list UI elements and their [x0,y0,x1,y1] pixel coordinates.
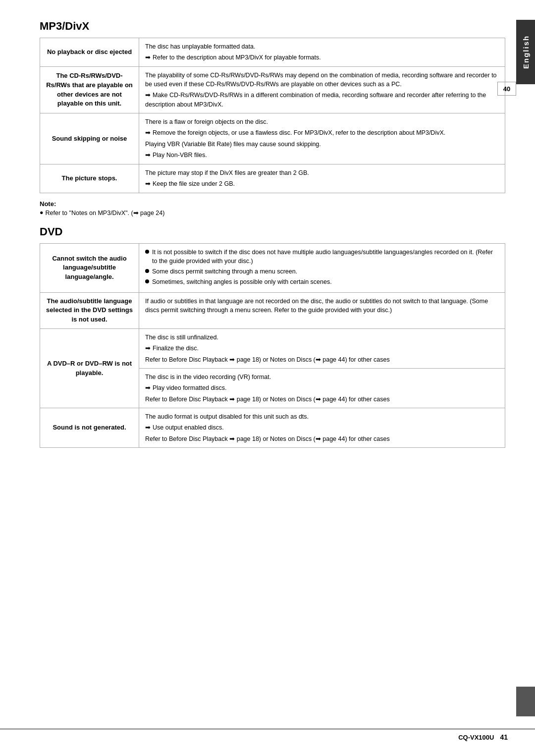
english-label: English [522,35,530,69]
mp3divx-title: MP3/DivX [40,20,505,33]
arrow-icon: ➡ [145,383,151,393]
english-sidebar: English [516,20,535,84]
table-row: No playback or disc ejected The disc has… [40,38,505,67]
row-content: The disc has unplayable formatted data. … [139,38,505,67]
arrow-icon: ➡ [145,179,151,189]
table-row: The CD-Rs/RWs/DVD-Rs/RWs that are playab… [40,66,505,113]
footer: CQ-VX100U 41 [0,729,535,741]
bullet-list: It is not possible to switch if the disc… [145,248,499,287]
list-item: It is not possible to switch if the disc… [145,248,499,266]
row-label: The CD-Rs/RWs/DVD-Rs/RWs that are playab… [40,66,139,113]
mp3divx-table: No playback or disc ejected The disc has… [40,38,505,193]
sub-row: The disc is still unfinalized. ➡Finalize… [139,329,505,369]
row-label: A DVD–R or DVD–RW is not playable. [40,329,139,408]
row-content: The playability of some CD-Rs/RWs/DVD-Rs… [139,66,505,113]
page-number-box: 40 [497,82,516,96]
row-label: Sound is not generated. [40,408,139,448]
note-text: Refer to "Notes on MP3/DivX". (➡ page 24… [46,209,165,216]
row-label: Cannot switch the audio language/subtitl… [40,244,139,293]
row-label: Sound skipping or noise [40,113,139,164]
row-label: No playback or disc ejected [40,38,139,67]
list-item: Sometimes, switching angles is possible … [145,277,499,286]
footer-page: 41 [500,733,508,741]
page-number: 40 [503,85,510,93]
table-row: Sound skipping or noise There is a flaw … [40,113,505,164]
bullet-icon [145,279,149,283]
bullet-icon [145,250,149,254]
table-row: The audio/subtitle language selected in … [40,292,505,329]
row-content: The picture may stop if the DivX files a… [139,164,505,193]
note-bullet: ● Refer to "Notes on MP3/DivX". (➡ page … [40,209,505,216]
note-section: Note: ● Refer to "Notes on MP3/DivX". (➡… [40,200,505,216]
row-content: The audio format is output disabled for … [139,408,505,448]
row-content: It is not possible to switch if the disc… [139,244,505,293]
bullet-icon [145,269,149,273]
dvd-table: Cannot switch the audio language/subtitl… [40,243,505,448]
sub-row: The disc is in the video recording (VR) … [139,369,505,408]
row-label: The picture stops. [40,164,139,193]
arrow-icon: ➡ [145,151,151,160]
note-label: Note: [40,200,56,208]
table-row: Cannot switch the audio language/subtitl… [40,244,505,293]
dvd-title: DVD [40,225,505,238]
page-container: English 40 MP3/DivX No playback or disc … [0,0,535,756]
row-content: If audio or subtitles in that language a… [139,292,505,329]
list-item: Some discs permit switching through a me… [145,267,499,276]
row-label: The audio/subtitle language selected in … [40,292,139,329]
row-content: There is a flaw or foreign objects on th… [139,113,505,164]
table-row: The picture stops. The picture may stop … [40,164,505,193]
arrow-icon: ➡ [145,91,151,100]
table-row: A DVD–R or DVD–RW is not playable. The d… [40,329,505,408]
arrow-icon: ➡ [145,344,151,353]
arrow-icon: ➡ [145,128,151,138]
row-content: The disc is still unfinalized. ➡Finalize… [139,329,505,408]
table-row: Sound is not generated. The audio format… [40,408,505,448]
footer-model: CQ-VX100U [458,734,494,741]
arrow-icon: ➡ [145,53,151,62]
arrow-icon: ➡ [145,423,151,432]
dvd-section: DVD Cannot switch the audio language/sub… [40,225,505,448]
sidebar-bottom [516,687,535,716]
